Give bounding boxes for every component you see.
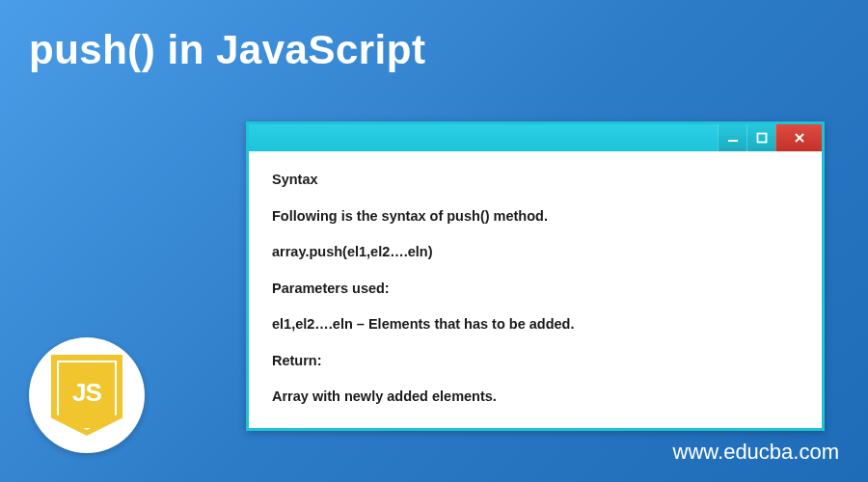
logo-container: JS [29,337,145,453]
svg-rect-1 [757,134,766,143]
maximize-button[interactable] [746,124,775,151]
minimize-icon [727,132,739,144]
syntax-description: Following is the syntax of push() method… [272,207,799,227]
parameters-heading: Parameters used: [272,280,799,299]
js-badge-inner: JS [57,361,117,430]
window-content: Syntax Following is the syntax of push()… [249,151,822,428]
close-button[interactable] [775,124,822,151]
syntax-code: array.push(el1,el2….eln) [272,243,799,262]
js-logo-text: JS [72,378,101,408]
return-heading: Return: [272,352,799,371]
parameters-description: el1,el2….eln – Elements that has to be a… [272,315,799,335]
footer-url: www.educba.com [673,440,839,465]
maximize-icon [756,132,768,144]
page-title: push() in JavaScript [0,0,868,73]
js-badge: JS [51,355,122,436]
close-icon [793,131,806,145]
minimize-button[interactable] [718,124,746,151]
syntax-heading: Syntax [272,171,799,190]
window-titlebar [249,124,822,151]
svg-rect-0 [728,140,738,142]
return-description: Array with newly added elements. [272,388,799,407]
document-window: Syntax Following is the syntax of push()… [246,121,825,431]
